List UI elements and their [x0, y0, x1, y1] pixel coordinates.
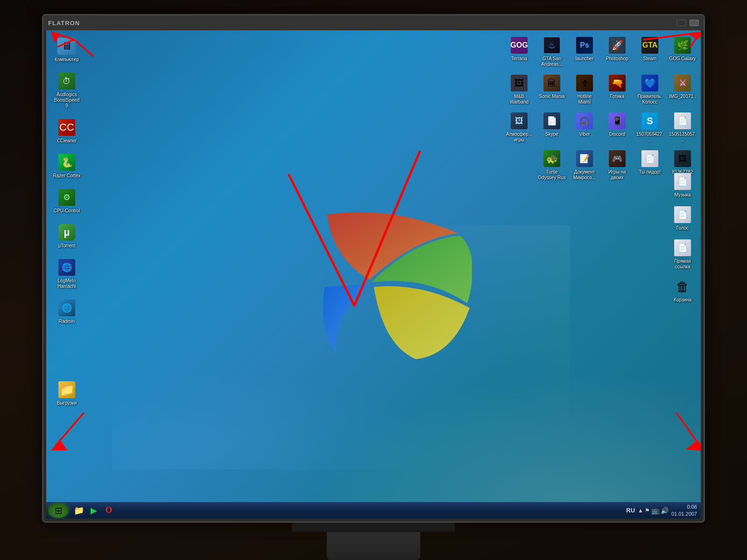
taskbar-explorer[interactable]: 📁: [72, 504, 85, 517]
icon-gta[interactable]: GTA Steam: [634, 34, 666, 69]
monitor-brand: FLATRON: [48, 20, 80, 27]
icon-logmein-label: LogMeIn Hamachi: [53, 278, 81, 289]
icon-steam[interactable]: ♨ GTA San Andreas...: [536, 34, 568, 69]
icon-hotline[interactable]: 🔫 Готика: [601, 72, 633, 107]
icon-file2[interactable]: 📄 Skype: [536, 110, 568, 145]
clock-time: 0:06: [671, 504, 697, 510]
icon-terraria[interactable]: 🌿 GOG Galaxy: [667, 34, 698, 69]
icon-cpu[interactable]: ⚙ CPU-Control: [51, 186, 83, 216]
icon-radmin[interactable]: 🌐 Radmin: [51, 297, 83, 326]
systray-icons: ▲ ⚑ 📺 🔊: [638, 507, 669, 514]
systray-flag-icon: ⚑: [645, 507, 650, 514]
icon-img[interactable]: 🖼 M&B Warband: [503, 72, 535, 107]
right-icons-grid: GOG Terraria ♨ GTA San Andreas... Ps lau…: [503, 34, 698, 182]
systray-lang: RU: [626, 507, 635, 514]
icon-downloads[interactable]: 📁 Выгрузки: [51, 378, 83, 408]
icon-ccleaner-label: CCleaner: [57, 138, 77, 144]
icon-audiology[interactable]: ⏱ Audlogics BoostSpeed 9: [51, 70, 83, 111]
icon-turtle[interactable]: 🐢 Turtle Odyssey Rus: [536, 147, 568, 182]
icon-gothica[interactable]: 🗡 Hotline Miami: [569, 72, 600, 107]
icon-igry[interactable]: 🎮 Игры на двоих: [601, 147, 633, 182]
taskbar: ⊞ 📁 ▶ O RU ▲ ⚑ 📺: [46, 502, 701, 518]
icon-logmein[interactable]: 🌐 LogMeIn Hamachi: [51, 256, 83, 291]
icon-golos[interactable]: 📄 Голос: [667, 203, 698, 233]
left-icons: 🖥 Компьютер ⏱ Audlogics BoostSpeed 9: [51, 35, 83, 408]
icon-atmos[interactable]: 📄 1505135057...: [667, 110, 698, 145]
taskbar-quick-launch: 📁 ▶ O: [72, 504, 115, 517]
icon-file1[interactable]: 🖼 Атмосфер... игры: [503, 110, 535, 145]
icon-ty[interactable]: 📄 Ты пидор!: [634, 147, 666, 182]
taskbar-opera[interactable]: O: [102, 504, 115, 517]
far-right-icons: 📄 Музыка 📄 Голос 📄 Прямая ссылка 🗑 Корзи…: [667, 170, 698, 305]
icon-sonic[interactable]: 💙 Правитель. Колосс: [634, 72, 666, 107]
icon-radmin-label: Radmin: [59, 319, 75, 324]
icon-doc[interactable]: 📝 Документ Микросо...: [569, 147, 600, 182]
clock-date: 01.01.2007: [671, 511, 697, 517]
systray-screen-icon: 📺: [651, 507, 659, 514]
icon-cpu-label: CPU-Control: [54, 208, 80, 214]
monitor-top-bar: FLATRON: [43, 15, 704, 30]
start-button[interactable]: ⊞: [48, 503, 69, 518]
icon-razer[interactable]: 🐍 Razer Cortex: [51, 151, 83, 181]
icon-computer-label: Компьютер: [55, 57, 79, 63]
icon-downloads-label: Выгрузки: [57, 400, 77, 406]
systray-sound-icon: 🔊: [661, 507, 669, 514]
icon-gog[interactable]: GOG Terraria: [503, 34, 535, 69]
icon-skype[interactable]: S 1507059427...: [634, 110, 666, 145]
icon-pravitel[interactable]: 🏛 Sonic Mania: [536, 72, 568, 107]
taskbar-systray: RU ▲ ⚑ 📺 🔊 0:06 01.01.2007: [626, 504, 701, 517]
icon-viber[interactable]: 📱 Discord: [601, 110, 633, 145]
icon-pryamaya[interactable]: 📄 Прямая ссылка: [667, 237, 698, 272]
screen: 🖥 Компьютер ⏱ Audlogics BoostSpeed 9: [46, 30, 701, 518]
icon-ccleaner[interactable]: CC CCleaner: [51, 116, 83, 146]
icon-razer-label: Razer Cortex: [53, 173, 81, 179]
taskbar-clock[interactable]: 0:06 01.01.2007: [671, 504, 697, 517]
icon-utorrent[interactable]: µ µTorrent: [51, 221, 83, 251]
systray-arrow-icon: ▲: [638, 507, 643, 514]
icon-audiology-label: Audlogics BoostSpeed 9: [53, 92, 81, 109]
icon-photoshop[interactable]: Ps launcher: [569, 34, 600, 69]
icon-muzika[interactable]: 📄 Музыка: [667, 170, 698, 200]
icon-computer[interactable]: 🖥 Компьютер: [51, 35, 83, 64]
icon-mb[interactable]: ⚔ IMG_20171...: [667, 72, 698, 107]
monitor-bezel: FLATRON: [42, 14, 705, 523]
icon-korzina[interactable]: 🗑 Корзина: [667, 275, 698, 305]
icon-discord[interactable]: 🎧 Viber: [569, 110, 600, 145]
icon-launcher[interactable]: 🚀 Photoshop: [601, 34, 633, 69]
taskbar-media[interactable]: ▶: [87, 504, 100, 517]
desktop: 🖥 Компьютер ⏱ Audlogics BoostSpeed 9: [46, 30, 701, 502]
icon-utorrent-label: µTorrent: [58, 243, 76, 249]
